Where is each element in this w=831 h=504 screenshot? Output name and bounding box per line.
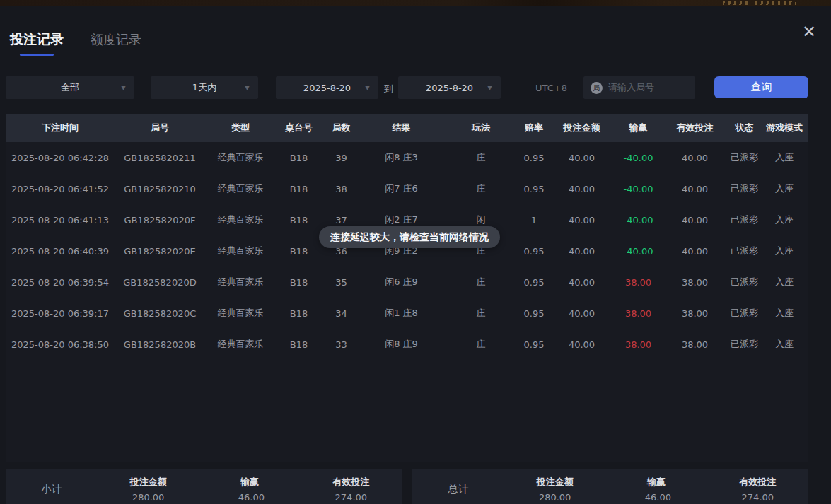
header-play: 玩法 [442,114,520,142]
gold-dash-decoration [755,1,796,5]
tab-quota-records[interactable]: 额度记录 [91,31,141,48]
cell-game-mode: 入座 [760,298,808,329]
cell-bet-amount: 40.00 [548,204,615,235]
date-range-select[interactable]: 1天内 ▼ [151,76,258,99]
cell-game-id: GB182582020C [115,298,205,329]
table-header-row: 下注时间 局号 类型 桌台号 局数 结果 玩法 赔率 投注金额 输赢 有效投注 … [6,114,808,142]
cell-game-mode: 入座 [760,204,808,235]
cell-game-id: GB182582020F [115,204,205,235]
date-from-picker[interactable]: 2025-8-20 ▼ [276,76,378,99]
cell-play: 庄 [442,266,520,298]
cell-valid-bet: 40.00 [661,204,728,235]
bet-type-select[interactable]: 全部 ▼ [6,76,134,99]
cell-winloss: 38.00 [615,329,661,360]
game-number-placeholder: 请输入局号 [608,81,654,94]
cell-round: 39 [322,142,361,173]
cell-bet-amount: 40.00 [548,329,615,360]
header-winloss: 输赢 [615,114,661,142]
table-row: 2025-08-20 06:42:28 GB1825820211 经典百家乐 B… [6,142,808,173]
cell-bet-amount: 40.00 [548,235,615,266]
table-row: 2025-08-20 06:39:17 GB182582020C 经典百家乐 B… [6,298,808,329]
header-odds: 赔率 [520,114,548,142]
subtotal-groups: 投注金额 280.00 输赢 -46.00 有效投注 274.00 [98,476,402,503]
date-from-value: 2025-8-20 [303,83,351,93]
cell-odds: 0.95 [520,298,548,329]
cell-odds: 0.95 [520,235,548,266]
header-valid-bet: 有效投注 [661,114,728,142]
subtotal-panel: 小计 投注金额 280.00 输赢 -46.00 有效投注 274.00 [6,469,402,504]
cell-game-mode: 入座 [760,266,808,298]
cell-result: 闲6 庄9 [361,266,442,298]
total-panel: 总计 投注金额 280.00 输赢 -46.00 有效投注 274.00 [412,469,808,504]
cell-game-mode: 入座 [760,329,808,360]
cell-status: 已派彩 [728,235,760,266]
cell-play: 庄 [442,173,520,204]
cell-bet-time: 2025-08-20 06:41:13 [6,204,115,235]
total-valid-bet: 有效投注 274.00 [707,476,808,503]
query-button[interactable]: 查询 [714,76,808,98]
cell-valid-bet: 40.00 [661,142,728,173]
header-result: 结果 [361,114,442,142]
timezone-label: UTC+8 [535,83,567,93]
cell-game-mode: 入座 [760,235,808,266]
chevron-down-icon: ▼ [121,84,126,91]
cell-round: 34 [322,298,361,329]
cell-valid-bet: 38.00 [661,329,728,360]
cell-type: 经典百家乐 [205,173,276,204]
betting-records-modal: ✕ 投注记录 额度记录 全部 ▼ 1天内 ▼ 2025-8-20 ▼ 到 202… [0,6,831,504]
subtotal-valid-bet: 有效投注 274.00 [301,476,402,503]
cell-round: 33 [322,329,361,360]
header-bet-time: 下注时间 [6,114,115,142]
cell-type: 经典百家乐 [205,235,276,266]
cell-bet-time: 2025-08-20 06:38:50 [6,329,115,360]
background-top-strip [0,0,831,6]
cell-play: 庄 [442,298,520,329]
network-warning-toast: 连接延迟较大，请检查当前网络情况 [319,226,500,248]
filter-bar: 全部 ▼ 1天内 ▼ 2025-8-20 ▼ 到 2025-8-20 ▼ UTC… [0,76,831,99]
subtotal-label: 小计 [6,483,98,496]
records-table: 下注时间 局号 类型 桌台号 局数 结果 玩法 赔率 投注金额 输赢 有效投注 … [6,114,808,462]
cell-table-no: B18 [276,266,322,298]
cell-type: 经典百家乐 [205,266,276,298]
cell-status: 已派彩 [728,266,760,298]
header-game-mode: 游戏模式 [760,114,808,142]
cell-bet-amount: 40.00 [548,142,615,173]
cell-game-mode: 入座 [760,142,808,173]
cell-type: 经典百家乐 [205,298,276,329]
total-bet-amount: 投注金额 280.00 [504,476,605,503]
close-icon[interactable]: ✕ [800,23,818,41]
chevron-down-icon: ▼ [245,84,250,91]
cell-table-no: B18 [276,235,322,266]
to-label: 到 [384,83,393,95]
tab-betting-records[interactable]: 投注记录 [10,30,64,56]
subtotal-bet-amount: 投注金额 280.00 [98,476,199,503]
cell-bet-time: 2025-08-20 06:39:54 [6,266,115,298]
game-number-input[interactable]: 局 请输入局号 [583,76,695,99]
cell-play: 庄 [442,142,520,173]
cell-bet-time: 2025-08-20 06:39:17 [6,298,115,329]
cell-valid-bet: 40.00 [661,173,728,204]
header-status: 状态 [728,114,760,142]
cell-bet-time: 2025-08-20 06:41:52 [6,173,115,204]
cell-bet-amount: 40.00 [548,173,615,204]
gold-dash-decoration [723,1,751,5]
date-to-picker[interactable]: 2025-8-20 ▼ [398,76,501,99]
total-label: 总计 [412,483,504,496]
cell-winloss: -40.00 [615,142,661,173]
cell-game-id: GB182582020E [115,235,205,266]
cell-winloss: 38.00 [615,266,661,298]
cell-table-no: B18 [276,329,322,360]
total-groups: 投注金额 280.00 输赢 -46.00 有效投注 274.00 [504,476,808,503]
cell-status: 已派彩 [728,298,760,329]
cell-status: 已派彩 [728,329,760,360]
cell-game-id: GB1825820211 [115,142,205,173]
cell-winloss: -40.00 [615,204,661,235]
table-row: 2025-08-20 06:38:50 GB182582020B 经典百家乐 B… [6,329,808,360]
cell-round: 38 [322,173,361,204]
cell-table-no: B18 [276,204,322,235]
header-type: 类型 [205,114,276,142]
header-game-id: 局号 [115,114,205,142]
cell-odds: 0.95 [520,329,548,360]
subtotal-winloss: 输赢 -46.00 [199,476,300,503]
cell-winloss: -40.00 [615,173,661,204]
